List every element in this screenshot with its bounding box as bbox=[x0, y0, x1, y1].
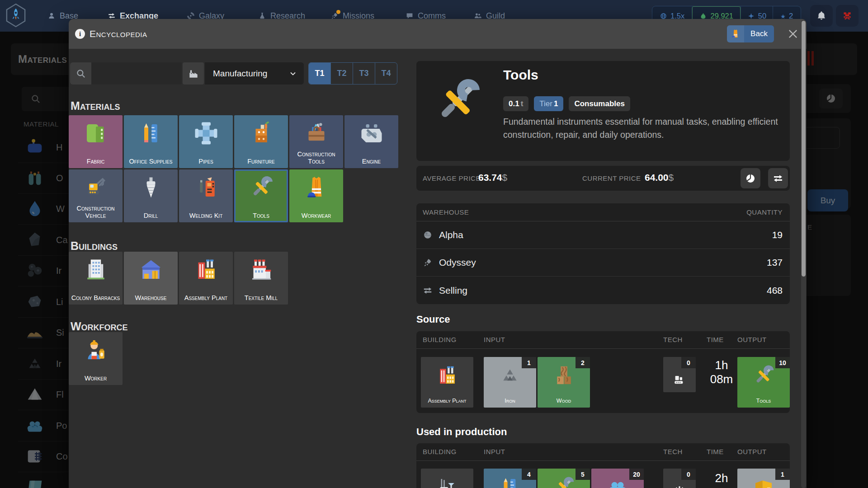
back-label: Back bbox=[744, 29, 774, 38]
tile-colony-barracks[interactable]: Colony Barracks bbox=[69, 252, 123, 305]
machine-icon bbox=[663, 372, 696, 387]
money-bag-icon bbox=[699, 12, 707, 20]
item-detail-card: Tools 0.1t Tier1 Consumables Fundamental… bbox=[416, 61, 790, 161]
source-input-iron[interactable]: 1 Iron bbox=[484, 357, 536, 408]
item-description: Fundamental instruments essential for ma… bbox=[503, 115, 785, 141]
used-input-office-supplies[interactable]: 4 bbox=[484, 469, 536, 488]
pipes-icon bbox=[179, 120, 233, 147]
item-badges: 0.1t Tier1 Consumables bbox=[503, 96, 630, 111]
rocket-icon bbox=[416, 258, 433, 267]
quantity-badge: 10 bbox=[775, 357, 790, 368]
gear-icon bbox=[663, 484, 696, 488]
warehouse-card: WAREHOUSE QUANTITY Alpha 19 Odyssey 137 … bbox=[416, 203, 790, 304]
tile-furniture[interactable]: Furniture bbox=[234, 115, 288, 168]
tier-button-t2[interactable]: T2 bbox=[330, 63, 353, 84]
used-input-polymers[interactable]: 20 bbox=[591, 469, 644, 488]
used-input-tools[interactable]: 5 bbox=[538, 469, 590, 488]
used-output-tile[interactable]: 1 bbox=[737, 469, 790, 488]
warehouse-row-odyssey[interactable]: Odyssey 137 bbox=[416, 249, 790, 277]
notifications-button[interactable] bbox=[810, 5, 833, 27]
warehouse-row-selling[interactable]: Selling 468 bbox=[416, 277, 790, 304]
price-chart-button[interactable] bbox=[741, 168, 760, 188]
modal-scrollbar[interactable] bbox=[801, 20, 806, 488]
close-icon[interactable] bbox=[786, 27, 800, 41]
tile-textile-mill[interactable]: Textile Mill bbox=[234, 252, 288, 305]
colony-barracks-icon bbox=[69, 256, 123, 283]
assembly-plant-icon bbox=[179, 256, 233, 283]
tools-icon-large bbox=[430, 75, 484, 129]
used-building-tile[interactable] bbox=[421, 469, 473, 488]
tile-workwear[interactable]: Workwear bbox=[289, 169, 343, 222]
office-supplies-icon bbox=[124, 120, 178, 147]
screen: Base Exchange Galaxy Research Missions C… bbox=[0, 0, 868, 488]
tile-fabric[interactable]: Fabric bbox=[69, 115, 123, 168]
warehouse-icon bbox=[124, 256, 178, 283]
tier-button-t3[interactable]: T3 bbox=[353, 63, 375, 84]
factory-icon bbox=[188, 68, 199, 80]
tier-filter-group: T1 T2 T3 T4 bbox=[308, 62, 397, 84]
category-selected-value: Manufacturing bbox=[213, 69, 267, 79]
back-button[interactable]: Back bbox=[727, 25, 774, 42]
drill-icon bbox=[124, 174, 178, 201]
tile-construction-tools[interactable]: Construction Tools bbox=[289, 115, 343, 168]
tile-tools[interactable]: Tools bbox=[234, 169, 288, 222]
worker-icon bbox=[69, 337, 123, 364]
info-icon bbox=[75, 29, 85, 39]
used-tech-tile[interactable]: 0 bbox=[663, 469, 696, 488]
tier-badge: Tier1 bbox=[534, 96, 563, 111]
workwear-icon bbox=[727, 25, 744, 42]
price-card: AVERAGE PRICE 63.74$ CURRENT PRICE 64.00… bbox=[416, 166, 790, 191]
category-icon-box bbox=[183, 62, 204, 84]
category-select[interactable]: Manufacturing bbox=[205, 62, 304, 84]
source-building-assembly-plant[interactable]: Assembly Plant bbox=[421, 357, 473, 408]
construction-tools-icon bbox=[289, 120, 343, 147]
tier-button-t4[interactable]: T4 bbox=[375, 63, 397, 84]
tile-warehouse[interactable]: Warehouse bbox=[124, 252, 178, 305]
fabric-icon bbox=[69, 120, 123, 147]
source-input-wood[interactable]: 2 Wood bbox=[538, 357, 590, 408]
scrollbar-thumb[interactable] bbox=[802, 21, 806, 277]
modal-title: Encyclopedia bbox=[90, 19, 147, 49]
buildings-tiles: Colony Barracks Warehouse Assembly Plant… bbox=[69, 252, 401, 305]
warehouse-row-alpha[interactable]: Alpha 19 bbox=[416, 221, 790, 249]
tile-office-supplies[interactable]: Office Supplies bbox=[124, 115, 178, 168]
app-logo[interactable] bbox=[5, 3, 26, 28]
furniture-icon bbox=[234, 120, 288, 147]
category-badge: Consumables bbox=[569, 96, 630, 111]
quantity-badge: 1 bbox=[775, 469, 790, 480]
rocket-logo-icon bbox=[5, 3, 26, 28]
tile-assembly-plant[interactable]: Assembly Plant bbox=[179, 252, 233, 305]
tile-welding-kit[interactable]: Welding Kit bbox=[179, 169, 233, 222]
exchange-icon bbox=[416, 286, 433, 296]
tools-icon bbox=[234, 174, 288, 201]
filter-row: Manufacturing T1 T2 T3 T4 bbox=[69, 62, 401, 84]
source-tech-tile[interactable]: 0 bbox=[663, 357, 696, 392]
modal-header: Encyclopedia Back bbox=[69, 19, 807, 49]
missions-notification-dot bbox=[336, 10, 340, 14]
section-title-materials: Materials bbox=[71, 99, 120, 113]
source-output-tools[interactable]: 10 Tools bbox=[737, 357, 790, 408]
tile-drill[interactable]: Drill bbox=[124, 169, 178, 222]
textile-mill-icon bbox=[234, 256, 288, 283]
tile-worker[interactable]: Worker bbox=[69, 332, 123, 385]
source-title: Source bbox=[416, 314, 450, 325]
tile-engine[interactable]: Engine bbox=[344, 115, 398, 168]
encyclopedia-search-input[interactable] bbox=[91, 62, 182, 84]
quantity-badge: 0 bbox=[681, 469, 696, 480]
tier-button-t1[interactable]: T1 bbox=[309, 63, 330, 84]
tile-pipes[interactable]: Pipes bbox=[179, 115, 233, 168]
trade-button[interactable] bbox=[768, 168, 788, 188]
assembly-plant-icon bbox=[421, 363, 473, 388]
tile-construction-vehicle[interactable]: Construction Vehicle bbox=[69, 169, 123, 222]
base-icon bbox=[47, 12, 56, 20]
alert-button[interactable] bbox=[836, 5, 859, 27]
quantity-column: QUANTITY bbox=[746, 208, 783, 216]
section-title-workforce: Workforce bbox=[71, 320, 128, 333]
pie-chart-icon bbox=[745, 173, 756, 184]
quantity-badge: 0 bbox=[681, 357, 696, 368]
search-icon bbox=[75, 68, 87, 80]
used-in-production-title: Used in production bbox=[416, 426, 507, 438]
warehouse-column: WAREHOUSE bbox=[423, 208, 469, 216]
planet-icon bbox=[416, 230, 433, 240]
search-icon-box bbox=[70, 62, 91, 84]
